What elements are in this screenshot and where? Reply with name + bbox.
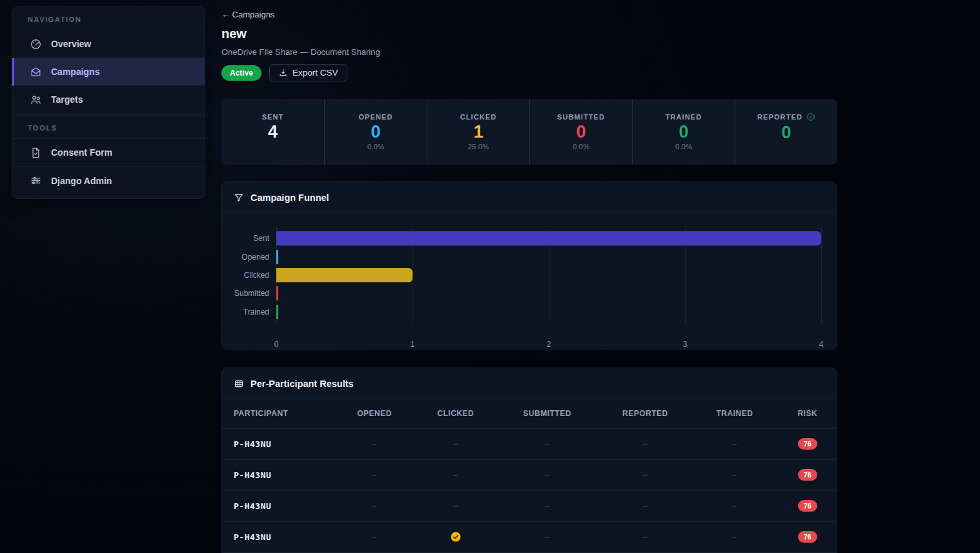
col-risk: RISK xyxy=(779,399,837,428)
stat-value: 1 xyxy=(473,121,483,142)
empty-value-dash: – xyxy=(453,502,458,511)
back-link-campaigns[interactable]: ← Campaigns xyxy=(221,10,274,19)
funnel-bar-submitted xyxy=(276,286,278,300)
sidebar-item-label: Consent Form xyxy=(51,147,112,158)
stat-value: 0 xyxy=(781,122,791,143)
stat-label: CLICKED xyxy=(460,113,497,121)
stat-label: SENT xyxy=(262,113,284,121)
table-row: P-H43NU–––––76 xyxy=(222,490,837,521)
result-cell: – xyxy=(332,521,416,552)
stat-pct: 25.0% xyxy=(468,143,489,152)
risk-badge: 76 xyxy=(798,438,817,450)
participant-id: P-H43NU xyxy=(222,459,332,490)
risk-badge: 76 xyxy=(798,469,817,481)
empty-value-dash: – xyxy=(733,502,737,511)
x-tick-label: 3 xyxy=(683,340,688,349)
stat-value: 0 xyxy=(576,121,586,142)
page-subtitle: OneDrive File Share — Document Sharing xyxy=(221,47,380,57)
download-icon xyxy=(278,68,288,78)
risk-cell: 76 xyxy=(779,521,837,552)
stat-pct: 0.0% xyxy=(573,143,589,152)
mail-icon xyxy=(30,66,42,78)
export-csv-button[interactable]: Export CSV xyxy=(269,64,347,81)
sidebar-section-navigation: NAVIGATION xyxy=(12,7,205,30)
sidebar: NAVIGATION Overview Campaigns Targets TO… xyxy=(12,6,205,199)
funnel-row-clicked: Clicked xyxy=(222,266,821,284)
result-cell: – xyxy=(495,428,600,459)
empty-value-dash: – xyxy=(373,471,377,480)
sidebar-item-django-admin[interactable]: Django Admin xyxy=(12,167,205,194)
risk-badge: 76 xyxy=(798,500,817,512)
participant-id: P-H43NU xyxy=(222,428,332,459)
empty-value-dash: – xyxy=(453,440,458,449)
empty-value-dash: – xyxy=(643,440,648,449)
badge-row: Active Export CSV xyxy=(221,64,347,81)
stat-card-reported: REPORTED 0 xyxy=(735,99,837,165)
funnel-bars: SentOpenedClickedSubmittedTrained xyxy=(222,229,821,321)
empty-value-dash: – xyxy=(733,440,737,449)
funnel-row-trained: Trained xyxy=(222,303,821,321)
per-participant-results-title: Per-Participant Results xyxy=(250,379,354,389)
sidebar-item-label: Targets xyxy=(51,94,83,105)
stat-label: OPENED xyxy=(358,113,393,121)
x-tick-label: 1 xyxy=(411,340,415,349)
stat-label: TRAINED xyxy=(666,113,702,121)
x-tick-label: 4 xyxy=(819,340,824,349)
funnel-bar-sent xyxy=(276,231,821,245)
participant-id: P-H43NU xyxy=(222,490,332,521)
stat-pct: 0.0% xyxy=(367,143,384,152)
status-badge: Active xyxy=(221,65,261,81)
clicked-check-cell xyxy=(416,521,495,552)
funnel-icon xyxy=(234,193,244,203)
sidebar-item-label: Overview xyxy=(51,39,91,49)
funnel-bar-opened xyxy=(276,250,278,264)
check-badge-icon xyxy=(450,531,462,543)
empty-value-dash: – xyxy=(733,533,737,542)
table-row: P-H43NU––––76 xyxy=(222,521,837,552)
stat-label: SUBMITTED xyxy=(557,113,605,121)
x-tick-label: 0 xyxy=(274,340,279,349)
result-cell: – xyxy=(416,459,495,490)
empty-value-dash: – xyxy=(643,471,648,480)
sidebar-item-label: Django Admin xyxy=(51,176,112,186)
sidebar-item-targets[interactable]: Targets xyxy=(12,86,205,114)
stat-value: 0 xyxy=(679,121,688,142)
stat-pct: 0.0% xyxy=(675,143,692,152)
result-cell: – xyxy=(332,459,416,490)
funnel-bar-track xyxy=(276,231,821,245)
result-cell: – xyxy=(600,459,691,490)
gridline xyxy=(821,226,822,324)
stat-label: REPORTED xyxy=(757,112,815,121)
stats-row: SENT 4 OPENED 0 0.0% CLICKED 1 25.0% SUB… xyxy=(221,99,837,165)
stat-label-text: REPORTED xyxy=(757,113,802,121)
table-icon xyxy=(234,379,244,389)
document-check-icon xyxy=(30,147,42,159)
result-cell: – xyxy=(600,521,691,552)
sidebar-item-overview[interactable]: Overview xyxy=(12,30,205,58)
funnel-row-submitted: Submitted xyxy=(222,284,821,302)
funnel-category-label: Trained xyxy=(222,308,276,317)
empty-value-dash: – xyxy=(545,440,549,449)
funnel-bar-clicked xyxy=(276,268,413,282)
sliders-icon xyxy=(30,174,42,187)
risk-cell: 76 xyxy=(779,428,837,459)
table-row: P-H43NU–––––76 xyxy=(222,428,837,459)
result-cell: – xyxy=(416,428,495,459)
funnel-category-label: Sent xyxy=(222,234,276,243)
funnel-row-opened: Opened xyxy=(222,247,821,266)
x-tick-label: 2 xyxy=(547,340,551,349)
campaign-funnel-title: Campaign Funnel xyxy=(250,193,329,203)
empty-value-dash: – xyxy=(545,502,549,511)
result-cell: – xyxy=(495,490,600,521)
empty-value-dash: – xyxy=(643,533,648,542)
result-cell: – xyxy=(600,428,691,459)
sidebar-item-campaigns[interactable]: Campaigns xyxy=(12,58,205,86)
col-participant: PARTICIPANT xyxy=(222,399,332,428)
empty-value-dash: – xyxy=(373,440,377,449)
per-participant-results-card: Per-Participant Results PARTICIPANT OPEN… xyxy=(221,368,837,553)
funnel-chart: SentOpenedClickedSubmittedTrained 01234 xyxy=(222,213,837,350)
table-row: P-H43NU–––––76 xyxy=(222,459,837,490)
sidebar-item-consent-form[interactable]: Consent Form xyxy=(12,139,205,167)
empty-value-dash: – xyxy=(545,471,549,480)
campaign-funnel-header: Campaign Funnel xyxy=(222,182,837,213)
